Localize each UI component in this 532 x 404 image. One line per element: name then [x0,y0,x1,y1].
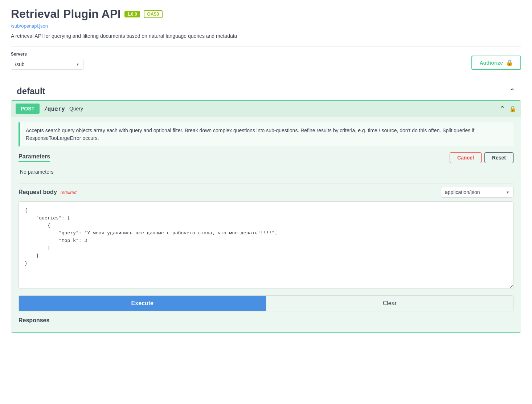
lock-icon: 🔒 [506,59,513,66]
responses-section: Responses [19,317,513,324]
version-badge: 1.0.0 [124,11,140,17]
execute-button[interactable]: Execute [19,296,266,311]
clear-button[interactable]: Clear [266,296,513,311]
section-title: default [17,86,45,96]
content-type-chevron-icon: ▼ [506,190,510,194]
endpoint-header-right: ⌃ 🔒 [499,104,516,113]
oas3-badge: OAS3 [144,10,163,18]
endpoint-header-left: POST /query Query [16,104,83,114]
execute-row: Execute Clear [19,295,513,311]
api-title: Retrieval Plugin API [11,7,121,21]
authorize-button[interactable]: Authorize 🔒 [471,56,521,70]
endpoint-collapse-icon[interactable]: ⌃ [499,104,506,113]
chevron-down-icon: ▼ [76,62,79,66]
section-header: default ⌃ [11,82,521,100]
endpoint-header[interactable]: POST /query Query ⌃ 🔒 [11,101,521,117]
api-header: Retrieval Plugin API 1.0.0 OAS3 /sub/ope… [11,7,521,39]
content-type-value: application/json [445,189,480,195]
params-header: Parameters Cancel Reset [19,152,513,163]
endpoint-block: POST /query Query ⌃ 🔒 Accepts search que… [11,100,521,333]
divider [19,183,513,184]
servers-row: Servers /sub ▼ Authorize 🔒 [11,46,521,75]
cancel-button[interactable]: Cancel [450,152,482,163]
endpoint-lock-icon: 🔒 [509,105,516,112]
params-title: Parameters [19,153,50,162]
request-body-textarea[interactable] [19,201,513,288]
content-type-select[interactable]: application/json ▼ [441,187,513,198]
required-badge: required [61,190,77,195]
collapse-icon[interactable]: ⌃ [509,87,515,96]
params-actions: Cancel Reset [450,152,513,163]
request-body-label: Request body [19,189,57,195]
api-link[interactable]: /sub/openapi.json [11,23,48,29]
api-description: A retrieval API for querying and filteri… [11,33,521,39]
request-body-section: Request body required application/json ▼ [19,187,513,290]
servers-label: Servers [11,52,83,57]
endpoint-summary: Query [69,106,83,112]
request-body-label-group: Request body required [19,189,77,195]
parameters-section: Parameters Cancel Reset No parameters [19,152,513,178]
method-badge: POST [16,104,40,114]
servers-select[interactable]: /sub ▼ [11,59,83,70]
reset-button[interactable]: Reset [484,152,513,163]
endpoint-description: Accepts search query objects array each … [19,122,513,146]
request-body-header: Request body required application/json ▼ [19,187,513,198]
default-section: default ⌃ POST /query Query ⌃ 🔒 Accepts … [11,82,521,333]
endpoint-path: /query [44,105,65,112]
no-params-text: No parameters [19,166,513,178]
authorize-label: Authorize [479,60,503,66]
responses-title: Responses [19,317,513,324]
endpoint-body: Accepts search query objects array each … [11,117,521,332]
servers-select-value: /sub [15,61,76,67]
servers-section: Servers /sub ▼ [11,52,83,70]
